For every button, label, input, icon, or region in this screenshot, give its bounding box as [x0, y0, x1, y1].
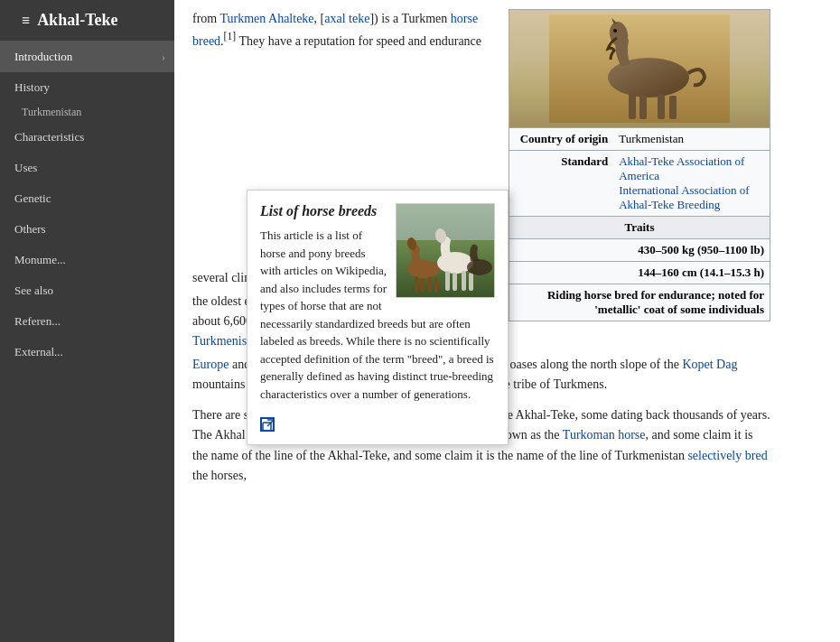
sidebar-sub-turkmenistan[interactable]: Turkmenistan [0, 103, 174, 122]
sidebar-item-label: Uses [14, 161, 37, 175]
svg-rect-5 [629, 94, 636, 119]
main-content: Country of origin Turkmenistan Standard … [174, 0, 840, 642]
external-link-icon [260, 417, 275, 432]
infobox-description: Riding horse bred for endurance; noted f… [509, 284, 770, 321]
svg-rect-19 [445, 271, 450, 291]
svg-point-11 [407, 260, 440, 278]
external-link-svg [262, 419, 275, 432]
infobox-row-desc: Riding horse bred for endurance; noted f… [509, 284, 770, 321]
svg-rect-14 [421, 278, 425, 293]
infobox-value-standard: Akhal-Teke Association of America Intern… [613, 151, 770, 217]
sidebar-item-label: Referen... [14, 314, 61, 329]
infobox-value-country: Turkmenistan [613, 128, 770, 151]
sidebar-item-introduction[interactable]: Introduction › [0, 42, 174, 72]
svg-rect-22 [469, 273, 473, 291]
infobox-row-country: Country of origin Turkmenistan [509, 128, 770, 151]
svg-rect-6 [639, 96, 647, 119]
sidebar-item-label: Others [14, 222, 46, 237]
sidebar-item-label: External... [14, 345, 63, 359]
svg-rect-7 [658, 94, 665, 119]
link-breed[interactable]: breed [192, 34, 220, 48]
tooltip-external-link[interactable] [260, 417, 495, 435]
link-axal-teke[interactable]: axal teke [324, 12, 369, 25]
ref-1: [1] [224, 31, 237, 42]
svg-rect-20 [453, 273, 457, 291]
infobox-traits-header: Traits [509, 217, 770, 239]
sidebar-item-characteristics[interactable]: Characteristics [0, 122, 174, 153]
sidebar-item-uses[interactable]: Uses [0, 153, 174, 183]
sidebar-item-label: History [14, 80, 50, 95]
infobox-row-weight: 430–500 kg (950–1100 lb) [509, 239, 770, 262]
infobox-image [509, 10, 770, 127]
tooltip-popup: List of horse breeds This article is a l… [247, 190, 509, 445]
link-selectively-bred[interactable]: selectively bred [687, 449, 767, 462]
svg-rect-13 [415, 276, 418, 293]
svg-rect-21 [462, 271, 466, 291]
sidebar-title[interactable]: ≡Akhal-Teke [0, 0, 174, 42]
infobox-table: Country of origin Turkmenistan Standard … [509, 127, 770, 321]
link-turkoman-horse[interactable]: Turkoman horse [563, 428, 646, 442]
svg-rect-8 [669, 96, 677, 119]
sidebar-item-label: Monume... [14, 253, 66, 267]
sidebar-item-label: Characteristics [14, 130, 84, 144]
sidebar-item-see-also[interactable]: See also [0, 275, 174, 306]
horse-silhouette [549, 14, 730, 123]
link-kopet-dag[interactable]: Kopet Dag [682, 357, 737, 370]
sidebar-item-references[interactable]: Referen... [0, 306, 174, 337]
link-europe[interactable]: Europe [192, 357, 229, 370]
sidebar-item-others[interactable]: Others [0, 214, 174, 245]
svg-point-23 [467, 259, 492, 275]
infobox: Country of origin Turkmenistan Standard … [509, 9, 770, 321]
infobox-label-country: Country of origin [509, 128, 613, 151]
standard-link-1[interactable]: Akhal-Teke Association of America [619, 154, 744, 182]
infobox-height: 144–160 cm (14.1–15.3 h) [509, 262, 770, 284]
standard-link-2[interactable]: International Association of Akhal-Teke … [619, 183, 749, 211]
infobox-row-height: 144–160 cm (14.1–15.3 h) [509, 262, 770, 284]
sidebar-sub-label: Turkmenistan [22, 106, 81, 118]
infobox-label-standard: Standard [509, 151, 613, 217]
sidebar-item-label: Introduction [14, 50, 72, 64]
sidebar-item-genetic[interactable]: Genetic [0, 183, 174, 214]
svg-rect-16 [434, 278, 438, 293]
sidebar: ≡Akhal-Teke Introduction › History Turkm… [0, 0, 174, 642]
tooltip-horses-svg [397, 204, 495, 298]
article: Country of origin Turkmenistan Standard … [174, 0, 789, 516]
tooltip-image [396, 203, 495, 298]
sidebar-item-history[interactable]: History [0, 72, 174, 103]
sidebar-item-label: See also [14, 284, 53, 298]
infobox-row-traits-header: Traits [509, 217, 770, 239]
infobox-row-standard: Standard Akhal-Teke Association of Ameri… [509, 151, 770, 217]
svg-rect-15 [428, 276, 432, 293]
link-turkmen-ahalteke[interactable]: Turkmen Ahalteke [219, 12, 313, 25]
hamburger-icon[interactable]: ≡ [22, 13, 30, 29]
infobox-weight: 430–500 kg (950–1100 lb) [509, 239, 770, 262]
chevron-right-icon: › [162, 51, 165, 64]
svg-point-4 [613, 29, 617, 33]
link-horse[interactable]: horse [451, 12, 478, 25]
sidebar-item-label: Genetic [14, 191, 51, 206]
sidebar-item-external[interactable]: External... [0, 337, 174, 368]
sidebar-item-monuments[interactable]: Monume... [0, 245, 174, 275]
